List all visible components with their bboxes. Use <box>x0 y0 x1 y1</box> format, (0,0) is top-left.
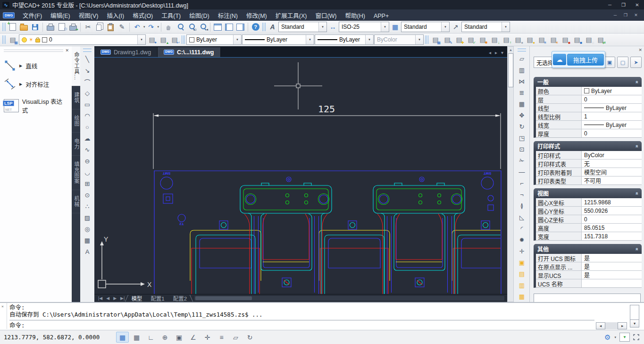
array-icon[interactable]: ▦ <box>516 98 527 109</box>
palette-handle[interactable]: ✕ <box>4 48 69 56</box>
layer-on-icon[interactable]: ▤ ● <box>524 34 535 45</box>
rotate-icon[interactable]: ↻ <box>516 121 527 132</box>
scale-icon[interactable]: ◳ <box>516 132 527 143</box>
layout-next-icon[interactable]: ▶ <box>111 296 118 301</box>
open-button[interactable] <box>18 22 29 32</box>
point-icon[interactable]: ∴ <box>82 201 93 212</box>
zoom-realtime-button[interactable] <box>175 22 185 32</box>
match-properties-icon[interactable]: ✎ <box>117 22 127 32</box>
layer-new-icon[interactable]: ▤ ✚ <box>453 34 465 45</box>
fullscreen-icon[interactable] <box>633 334 639 340</box>
annotation-toggle[interactable]: ↻ <box>243 332 256 343</box>
undo-icon[interactable]: ↶ <box>132 22 142 32</box>
collapse-icon[interactable]: » <box>634 144 639 147</box>
dim-style-combo[interactable]: ISO-25 ▾ <box>339 22 389 32</box>
close-icon[interactable]: ✕ <box>630 0 644 9</box>
menu-item[interactable]: 格式(O) <box>128 13 157 19</box>
new-button[interactable] <box>7 22 18 32</box>
maximize-icon[interactable]: ❐ <box>617 0 630 9</box>
menu-item[interactable]: 编辑(E) <box>46 13 75 19</box>
help-button[interactable]: ? <box>250 22 261 32</box>
chevron-down-icon[interactable]: ▾ <box>137 35 145 44</box>
drawing-canvas[interactable]: 125 SMT SMT T2 <box>94 58 507 294</box>
document-tab[interactable]: DWG Drawing1.dwg <box>94 47 158 57</box>
design-center-button[interactable] <box>224 22 234 32</box>
mtext-icon[interactable]: A <box>82 246 93 257</box>
layer-lock-icon[interactable]: ▤ ■ <box>560 34 571 45</box>
document-tab[interactable]: DWG C:\...\111.dwg <box>158 47 220 57</box>
layer-states-icon[interactable]: ▤ ✦ <box>146 34 158 45</box>
draworder-under-icon[interactable]: ▦ <box>516 291 527 302</box>
hatch-icon[interactable]: ▨ <box>82 212 93 223</box>
zoom-previous-button[interactable]: ◂ <box>197 22 208 32</box>
trim-icon[interactable]: ✁ <box>516 155 527 166</box>
doc-close-icon[interactable]: ✕ <box>631 11 641 19</box>
draworder-front-icon[interactable]: ▣ <box>516 257 527 268</box>
print-preview-button[interactable]: 🞅 <box>56 22 67 32</box>
save-button[interactable] <box>30 22 41 32</box>
table-style-combo[interactable]: Standard ▾ <box>401 22 450 32</box>
palette-tab[interactable]: 命令工具... <box>72 46 80 86</box>
ducs-toggle[interactable]: ✛ <box>201 332 214 343</box>
grid-toggle[interactable]: ▦ <box>130 332 143 343</box>
toolbar-grip[interactable] <box>2 23 6 31</box>
aligned-dim-icon[interactable]: ↘ <box>82 65 93 76</box>
arc-3p-icon[interactable]: ⌒ <box>82 76 93 87</box>
ortho-toggle[interactable]: ∟ <box>144 332 157 343</box>
snap-toggle[interactable]: ▦ <box>116 332 129 343</box>
section-header[interactable]: 打印样式 » <box>534 141 642 151</box>
publish-button[interactable]: ➜ <box>67 22 78 32</box>
section-header[interactable]: 视图 » <box>534 188 642 198</box>
color-combo[interactable]: ByLayer ▾ <box>186 34 242 45</box>
redo-icon[interactable]: ↷ <box>146 22 157 32</box>
polygon-icon[interactable]: ◇ <box>82 87 93 99</box>
menu-item[interactable]: 扩展工具(X) <box>271 13 311 19</box>
join-icon[interactable]: ≬ <box>516 200 527 211</box>
make-object-layer-current-icon[interactable]: ▤ ▴ <box>158 34 169 45</box>
mleader-style-icon[interactable]: ↗ <box>450 22 461 32</box>
add-selection-button[interactable]: ▣ <box>604 57 615 68</box>
collapse-icon[interactable]: » <box>634 80 639 83</box>
draworder-back-icon[interactable]: ▤ <box>516 268 527 279</box>
revcloud-icon[interactable]: ☁ <box>82 133 93 144</box>
drag-upload-button[interactable]: 拖拽上传 <box>567 54 604 66</box>
palette-tab[interactable]: 填充图案 <box>72 156 80 190</box>
properties-close-icon[interactable]: ✕ <box>638 48 642 52</box>
scroll-down-icon[interactable]: ▼ <box>630 319 639 327</box>
scroll-thumb[interactable] <box>508 53 513 87</box>
menu-item[interactable]: 修改(M) <box>242 13 271 19</box>
select-objects-button[interactable]: ▢ <box>617 57 628 68</box>
extend-icon[interactable]: ― <box>516 166 527 177</box>
layer-unlock-icon[interactable]: ▤ ■ <box>571 34 583 45</box>
layout-prev-icon[interactable]: ◀ <box>104 296 111 301</box>
layer-freeze-icon[interactable]: ▤ ✳ <box>536 34 547 45</box>
layer-off-icon[interactable]: ▤ ● <box>512 34 524 45</box>
lineweight-combo[interactable]: ByLayer ▾ <box>315 34 374 45</box>
chevron-down-icon[interactable]: ▾ <box>233 35 241 44</box>
arc-icon[interactable]: ◠ <box>82 110 93 121</box>
move-icon[interactable]: ✥ <box>516 109 527 121</box>
menu-item[interactable]: 窗口(W) <box>311 13 341 19</box>
insert-block-icon[interactable]: ⊞ <box>82 178 93 189</box>
toolbar-grip[interactable] <box>182 35 185 44</box>
menu-item[interactable]: 绘图(D) <box>185 13 213 19</box>
canvas-hscrollbar[interactable] <box>194 296 504 301</box>
menu-item[interactable]: 视图(V) <box>75 13 103 19</box>
chevron-down-icon[interactable]: ▾ <box>441 22 449 32</box>
copy-icon[interactable]: ▥ <box>516 64 527 76</box>
layer-manager-icon[interactable]: ▤ ▦ <box>430 34 441 45</box>
palette-tab[interactable]: 机械 <box>72 190 80 213</box>
pickadd-toggle-button[interactable]: ➤ <box>630 57 642 68</box>
palette-tab[interactable]: 建筑 <box>72 86 80 109</box>
palette-item-visuallisp[interactable]: LSP NET VisualLisp 表达式 <box>0 93 72 118</box>
dim-style-icon[interactable]: ↔ <box>327 22 338 32</box>
command-vscrollbar[interactable] <box>630 305 639 320</box>
status-menu-button[interactable]: ▼ <box>619 333 630 342</box>
make-block-icon[interactable]: ⊙ <box>82 189 93 201</box>
layout-first-icon[interactable]: |◀ <box>96 296 104 301</box>
palette-item-aligned-dim[interactable]: ▶ 对齐标注 <box>0 75 72 93</box>
chevron-down-icon[interactable]: ▾ <box>306 35 314 44</box>
zoom-window-button[interactable]: ▭ <box>186 22 197 32</box>
chevron-down-icon[interactable]: ▾ <box>502 22 510 32</box>
layer-check-icon[interactable]: ▤ ✓ <box>465 34 477 45</box>
